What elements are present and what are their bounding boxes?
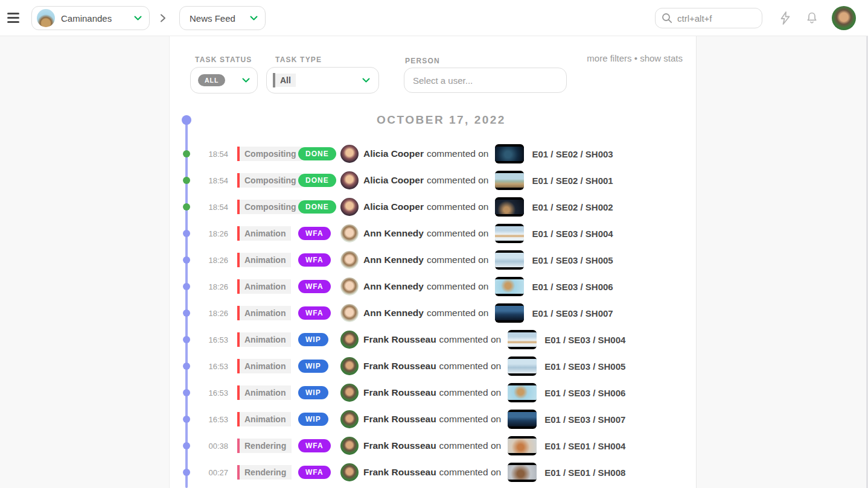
task-status-badge[interactable]: WFA (298, 439, 331, 452)
person-name-link[interactable]: Alicia Cooper (363, 175, 424, 186)
task-type-filter-dropdown[interactable]: All (266, 67, 379, 93)
task-status-badge[interactable]: WIP (298, 360, 328, 373)
task-type-chip[interactable]: Animation (237, 306, 291, 320)
task-type-chip[interactable]: Compositing (237, 200, 302, 214)
shot-name-link[interactable]: E01 / SE03 / SH005 (532, 255, 613, 265)
person-name-link[interactable]: Frank Rousseau (363, 414, 436, 425)
person-name-link[interactable]: Ann Kennedy (363, 308, 424, 318)
person-avatar[interactable] (340, 357, 359, 375)
shot-name-link[interactable]: E01 / SE02 / SH002 (532, 202, 613, 212)
person-avatar[interactable] (340, 251, 359, 269)
person-avatar[interactable] (340, 277, 359, 296)
entry-action-text: commented on (427, 228, 489, 239)
current-user-avatar[interactable] (832, 6, 856, 30)
person-avatar[interactable] (340, 171, 359, 189)
person-name-link[interactable]: Ann Kennedy (363, 228, 424, 239)
shot-thumbnail[interactable] (508, 330, 537, 349)
shot-thumbnail[interactable] (508, 436, 537, 455)
show-stats-link[interactable]: show stats (640, 53, 683, 63)
notifications-bell-icon[interactable] (805, 11, 820, 27)
task-status-badge[interactable]: WFA (298, 227, 331, 240)
task-status-badge[interactable]: WFA (298, 466, 331, 479)
shot-name-link[interactable]: E01 / SE03 / SH007 (532, 308, 613, 318)
task-type-chip[interactable]: Animation (237, 332, 291, 347)
person-name-link[interactable]: Frank Rousseau (363, 361, 436, 372)
task-status-badge[interactable]: WIP (298, 333, 328, 346)
task-status-badge[interactable]: WFA (298, 306, 331, 320)
shot-thumbnail[interactable] (495, 277, 524, 296)
production-selector[interactable]: Caminandes (31, 6, 150, 30)
shot-thumbnail[interactable] (495, 303, 524, 323)
person-name-link[interactable]: Frank Rousseau (363, 387, 436, 398)
menu-toggle-button[interactable] (7, 13, 19, 24)
task-type-chip[interactable]: Animation (237, 279, 291, 294)
shot-name-link[interactable]: E01 / SE02 / SH001 (532, 176, 613, 186)
task-status-badge[interactable]: DONE (298, 174, 336, 187)
shot-name-link[interactable]: E01 / SE03 / SH005 (544, 361, 625, 372)
entry-time: 18:54 (192, 150, 228, 159)
shot-name-link[interactable]: E01 / SE03 / SH004 (544, 335, 625, 345)
person-name-link[interactable]: Frank Rousseau (363, 440, 436, 451)
person-avatar[interactable] (340, 384, 359, 402)
quick-action-lightning-icon[interactable] (778, 11, 794, 27)
person-name-link[interactable]: Alicia Cooper (363, 201, 424, 212)
task-type-chip[interactable]: Rendering (237, 439, 292, 453)
task-type-chip[interactable]: Animation (237, 385, 291, 400)
person-avatar[interactable] (340, 224, 359, 242)
chevron-right-icon[interactable] (160, 14, 166, 22)
person-filter-input[interactable] (404, 68, 567, 93)
shot-thumbnail[interactable] (508, 356, 537, 376)
task-status-badge[interactable]: DONE (298, 147, 336, 160)
person-avatar[interactable] (340, 331, 359, 349)
person-name-link[interactable]: Ann Kennedy (363, 281, 424, 292)
shot-name-link[interactable]: E01 / SE03 / SH006 (532, 282, 613, 292)
entry-time: 18:54 (192, 203, 228, 212)
timeline-entry-dot (183, 336, 190, 343)
shot-name-link[interactable]: E01 / SE01 / SH004 (544, 441, 625, 451)
shot-name-link[interactable]: E01 / SE02 / SH003 (532, 149, 613, 159)
person-name-link[interactable]: Alicia Cooper (363, 148, 424, 159)
person-avatar[interactable] (340, 437, 359, 455)
shot-thumbnail[interactable] (495, 197, 524, 217)
task-type-chip[interactable]: Animation (237, 226, 291, 241)
shot-name-link[interactable]: E01 / SE01 / SH008 (544, 467, 625, 478)
task-type-chip[interactable]: Compositing (237, 147, 302, 161)
shot-name-link[interactable]: E01 / SE03 / SH006 (544, 388, 625, 398)
task-status-badge[interactable]: DONE (298, 200, 336, 214)
shot-thumbnail[interactable] (508, 410, 537, 429)
task-type-chip[interactable]: Rendering (237, 465, 292, 480)
person-avatar[interactable] (340, 410, 359, 428)
person-name-link[interactable]: Frank Rousseau (363, 467, 436, 478)
shot-thumbnail[interactable] (508, 463, 537, 482)
task-type-chip[interactable]: Animation (237, 253, 291, 267)
shot-thumbnail[interactable] (508, 383, 537, 402)
shot-thumbnail[interactable] (495, 171, 524, 190)
person-name-link[interactable]: Frank Rousseau (363, 334, 436, 345)
shot-thumbnail[interactable] (495, 250, 524, 270)
chevron-down-icon (134, 16, 142, 21)
task-status-badge[interactable]: WIP (298, 413, 328, 426)
task-status-filter-dropdown[interactable]: ALL (190, 67, 258, 93)
more-filters-link[interactable]: more filters (587, 53, 631, 63)
person-avatar[interactable] (340, 145, 359, 163)
global-search[interactable] (655, 8, 762, 28)
feed-entry-row: 18:54 Compositing DONE Alicia Cooper com… (170, 194, 696, 220)
search-input[interactable] (677, 13, 750, 24)
task-status-badge[interactable]: WIP (298, 386, 328, 399)
shot-name-link[interactable]: E01 / SE03 / SH007 (544, 414, 625, 425)
person-avatar[interactable] (340, 304, 359, 322)
task-type-chip[interactable]: Compositing (237, 173, 302, 188)
person-avatar[interactable] (340, 463, 359, 481)
shot-thumbnail[interactable] (495, 224, 524, 243)
task-status-badge[interactable]: WFA (298, 253, 331, 267)
shot-thumbnail[interactable] (495, 144, 524, 163)
shot-name-link[interactable]: E01 / SE03 / SH004 (532, 229, 613, 239)
entry-action-text: commented on (439, 440, 502, 451)
section-selector[interactable]: News Feed (179, 6, 266, 30)
task-status-badge[interactable]: WFA (298, 280, 331, 293)
task-type-chip[interactable]: Animation (237, 412, 291, 426)
task-type-chip[interactable]: Animation (237, 359, 291, 373)
person-name-link[interactable]: Ann Kennedy (363, 255, 424, 265)
news-feed-page: Caminandes News Feed (0, 0, 868, 488)
person-avatar[interactable] (340, 198, 359, 216)
